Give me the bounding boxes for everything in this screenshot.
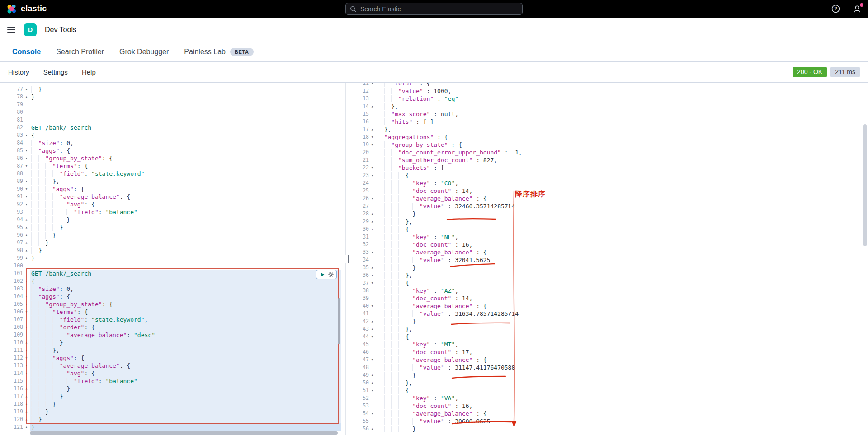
left-editor-vertical-scrollbar[interactable] [338, 298, 340, 344]
fold-toggle-icon[interactable]: ▾ [23, 147, 30, 154]
tab-console[interactable]: Console [5, 42, 48, 61]
code-text[interactable]: } [30, 423, 341, 431]
fold-toggle-icon[interactable]: ▾ [23, 362, 30, 370]
code-text[interactable]: GET /bank/_search [30, 270, 341, 277]
code-line-109[interactable]: 109 "average_balance": "desc" [0, 331, 341, 339]
menu-hamburger-icon[interactable] [7, 26, 16, 33]
code-line-77[interactable]: 77▴ } [0, 85, 341, 93]
fold-toggle-icon[interactable]: ▴ [23, 339, 30, 346]
code-line-98[interactable]: 98▴ } [0, 247, 341, 254]
code-text[interactable]: "avg": { [30, 201, 341, 208]
code-line-102[interactable]: 102▾{ [0, 277, 341, 285]
fold-toggle-icon[interactable]: ▴ [23, 247, 30, 254]
fold-toggle-icon[interactable]: ▾ [369, 172, 376, 179]
fold-toggle-icon[interactable]: ▾ [23, 154, 30, 162]
code-text[interactable]: "field": "balance" [30, 208, 341, 216]
code-line-93[interactable]: 93 "field": "balance" [0, 208, 341, 216]
code-text[interactable]: } [30, 400, 341, 408]
fold-toggle-icon[interactable]: ▴ [23, 408, 30, 416]
code-line-104[interactable]: 104▾ "aggs": { [0, 293, 341, 300]
code-text[interactable]: } [30, 239, 341, 247]
code-line-116[interactable]: 116▴ } [0, 385, 341, 393]
code-line-87[interactable]: 87▾ "terms": { [0, 162, 341, 170]
fold-toggle-icon[interactable]: ▴ [23, 400, 30, 408]
fold-toggle-icon[interactable]: ▴ [23, 393, 30, 400]
code-text[interactable]: "order": { [30, 323, 341, 331]
code-text[interactable]: "aggs": { [30, 293, 341, 300]
code-text[interactable]: "average_balance": "desc" [30, 331, 341, 339]
code-text[interactable]: } [30, 247, 341, 254]
code-line-120[interactable]: 120▴ } [0, 416, 341, 423]
code-line-107[interactable]: 107 "field": "state.keyword", [0, 316, 341, 323]
fold-toggle-icon[interactable]: ▾ [23, 293, 30, 300]
fold-toggle-icon[interactable]: ▾ [23, 162, 30, 170]
code-line-96[interactable]: 96▴ } [0, 231, 341, 239]
search-input[interactable] [359, 5, 518, 13]
fold-toggle-icon[interactable]: ▾ [23, 308, 30, 316]
code-line-101[interactable]: 101GET /bank/_search [0, 270, 341, 277]
fold-toggle-icon[interactable]: ▴ [369, 318, 376, 325]
code-line-89[interactable]: 89▴ }, [0, 178, 341, 185]
send-request-button[interactable] [320, 272, 325, 277]
code-text[interactable]: } [30, 393, 341, 400]
fold-toggle-icon[interactable]: ▾ [369, 195, 376, 202]
code-line-105[interactable]: 105▾ "group_by_state": { [0, 300, 341, 308]
code-text[interactable]: } [30, 416, 341, 423]
fold-toggle-icon[interactable]: ▴ [23, 423, 30, 431]
fold-toggle-icon[interactable]: ▴ [23, 231, 30, 239]
code-text[interactable]: "group_by_state": { [30, 300, 341, 308]
code-line-114[interactable]: 114▾ "avg": { [0, 370, 341, 377]
code-text[interactable]: } [30, 339, 341, 346]
code-line-88[interactable]: 88 "field": "state.keyword" [0, 170, 341, 178]
global-search[interactable] [345, 3, 523, 15]
fold-toggle-icon[interactable]: ▴ [23, 346, 30, 354]
code-line-112[interactable]: 112▾ "aggs": { [0, 354, 341, 362]
fold-toggle-icon[interactable]: ▾ [23, 185, 30, 193]
code-line-82[interactable]: 82GET /bank/_search [0, 124, 341, 131]
code-text[interactable]: } [30, 408, 341, 416]
code-text[interactable] [30, 108, 341, 116]
fold-toggle-icon[interactable]: ▴ [369, 425, 376, 433]
panel-splitter[interactable] [341, 83, 350, 435]
fold-toggle-icon[interactable]: ▾ [369, 387, 376, 394]
code-line-80[interactable]: 80 [0, 108, 341, 116]
code-text[interactable]: { [30, 277, 341, 285]
code-line-91[interactable]: 91▾ "average_balance": { [0, 193, 341, 201]
code-line-115[interactable]: 115 "field": "balance" [0, 377, 341, 385]
code-line-118[interactable]: 118▴ } [0, 400, 341, 408]
help-icon[interactable]: ? [831, 5, 840, 13]
code-text[interactable] [30, 262, 341, 270]
splitter-grip-icon[interactable] [344, 255, 349, 263]
code-text[interactable]: "terms": { [30, 308, 341, 316]
fold-toggle-icon[interactable]: ▴ [23, 216, 30, 224]
code-text[interactable]: "field": "balance" [30, 377, 341, 385]
fold-toggle-icon[interactable]: ▴ [23, 178, 30, 185]
fold-toggle-icon[interactable]: ▾ [23, 131, 30, 139]
fold-toggle-icon[interactable]: ▾ [369, 356, 376, 364]
fold-toggle-icon[interactable]: ▾ [369, 410, 376, 417]
code-text[interactable]: "size": 0, [30, 139, 341, 147]
code-text[interactable]: "average_balance": { [30, 193, 341, 201]
fold-toggle-icon[interactable]: ▾ [23, 370, 30, 377]
code-text[interactable]: } [30, 216, 341, 224]
code-text[interactable]: { [30, 131, 341, 139]
fold-toggle-icon[interactable]: ▾ [369, 248, 376, 256]
code-text[interactable]: "field": "state.keyword" [30, 170, 341, 178]
code-text[interactable]: "size": 0, [30, 285, 341, 293]
code-text[interactable]: GET /bank/_search [30, 124, 341, 131]
fold-toggle-icon[interactable]: ▴ [369, 371, 376, 379]
fold-toggle-icon[interactable]: ▴ [23, 93, 30, 101]
fold-toggle-icon[interactable]: ▾ [369, 225, 376, 233]
fold-toggle-icon[interactable]: ▴ [369, 264, 376, 271]
fold-toggle-icon[interactable]: ▴ [23, 224, 30, 231]
code-line-97[interactable]: 97▴ } [0, 239, 341, 247]
code-text[interactable]: "field": "state.keyword", [30, 316, 341, 323]
tab-painless-lab[interactable]: Painless Lab BETA [176, 42, 261, 61]
space-avatar[interactable]: D [24, 23, 37, 36]
fold-toggle-icon[interactable]: ▴ [369, 379, 376, 387]
fold-toggle-icon[interactable]: ▴ [369, 325, 376, 333]
elastic-logo[interactable]: elastic [6, 4, 47, 14]
fold-toggle-icon[interactable]: ▾ [23, 354, 30, 362]
user-profile-icon[interactable] [853, 5, 862, 14]
code-line-94[interactable]: 94▴ } [0, 216, 341, 224]
